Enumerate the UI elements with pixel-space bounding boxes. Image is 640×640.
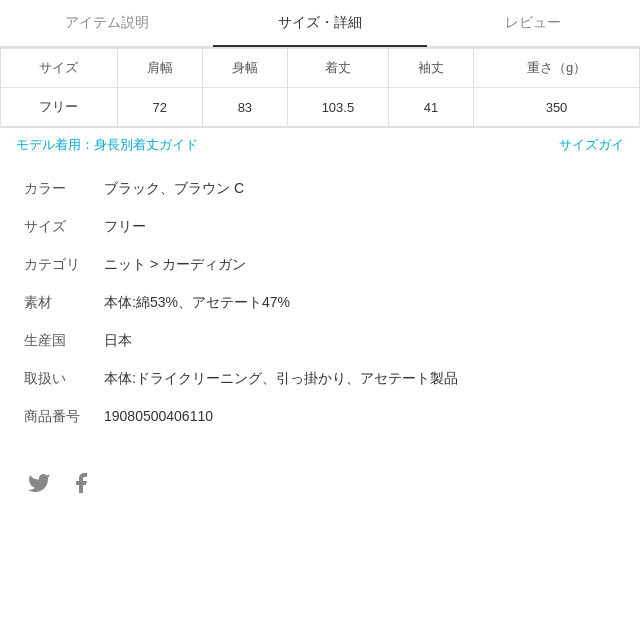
detail-value-care: 本体:ドライクリーニング、引っ掛かり、アセテート製品 — [104, 370, 616, 388]
guide-links: モデル着用：身長別着丈ガイド サイズガイ — [0, 128, 640, 162]
cell-sleeve: 41 — [388, 88, 473, 127]
col-header-sleeve: 袖丈 — [388, 49, 473, 88]
size-guide-link[interactable]: サイズガイ — [559, 136, 624, 154]
cell-width: 83 — [202, 88, 287, 127]
detail-value-size: フリー — [104, 218, 616, 236]
detail-label-care: 取扱い — [24, 370, 104, 388]
cell-size: フリー — [1, 88, 118, 127]
tab-bar: アイテム説明 サイズ・詳細 レビュー — [0, 0, 640, 47]
size-table-section: サイズ 肩幅 身幅 着丈 袖丈 重さ（g） フリー 72 83 103.5 41… — [0, 47, 640, 128]
detail-value-category: ニット > カーディガン — [104, 256, 616, 274]
detail-label-category: カテゴリ — [24, 256, 104, 274]
col-header-width: 身幅 — [202, 49, 287, 88]
cell-shoulder: 72 — [117, 88, 202, 127]
social-section — [0, 452, 640, 514]
details-section: カラー ブラック、ブラウン C サイズ フリー カテゴリ ニット > カーディガ… — [0, 162, 640, 444]
col-header-shoulder: 肩幅 — [117, 49, 202, 88]
detail-row-color: カラー ブラック、ブラウン C — [24, 170, 616, 208]
tab-item-description[interactable]: アイテム説明 — [0, 0, 213, 46]
detail-label-product-number: 商品番号 — [24, 408, 104, 426]
detail-value-origin: 日本 — [104, 332, 616, 350]
detail-value-material: 本体:綿53%、アセテート47% — [104, 294, 616, 312]
detail-label-origin: 生産国 — [24, 332, 104, 350]
detail-value-color: ブラック、ブラウン C — [104, 180, 616, 198]
tab-size-details[interactable]: サイズ・詳細 — [213, 0, 426, 46]
detail-row-product-number: 商品番号 19080500406110 — [24, 398, 616, 436]
detail-label-color: カラー — [24, 180, 104, 198]
detail-value-product-number: 19080500406110 — [104, 408, 616, 424]
detail-label-size: サイズ — [24, 218, 104, 236]
cell-weight: 350 — [474, 88, 640, 127]
detail-label-material: 素材 — [24, 294, 104, 312]
detail-row-origin: 生産国 日本 — [24, 322, 616, 360]
detail-row-care: 取扱い 本体:ドライクリーニング、引っ掛かり、アセテート製品 — [24, 360, 616, 398]
size-table: サイズ 肩幅 身幅 着丈 袖丈 重さ（g） フリー 72 83 103.5 41… — [0, 48, 640, 127]
tab-review[interactable]: レビュー — [427, 0, 640, 46]
detail-row-material: 素材 本体:綿53%、アセテート47% — [24, 284, 616, 322]
cell-length: 103.5 — [287, 88, 388, 127]
model-guide-link[interactable]: モデル着用：身長別着丈ガイド — [16, 136, 198, 154]
twitter-button[interactable] — [24, 468, 54, 498]
detail-row-size: サイズ フリー — [24, 208, 616, 246]
col-header-length: 着丈 — [287, 49, 388, 88]
facebook-button[interactable] — [66, 468, 96, 498]
table-row: フリー 72 83 103.5 41 350 — [1, 88, 640, 127]
col-header-size: サイズ — [1, 49, 118, 88]
col-header-weight: 重さ（g） — [474, 49, 640, 88]
detail-row-category: カテゴリ ニット > カーディガン — [24, 246, 616, 284]
